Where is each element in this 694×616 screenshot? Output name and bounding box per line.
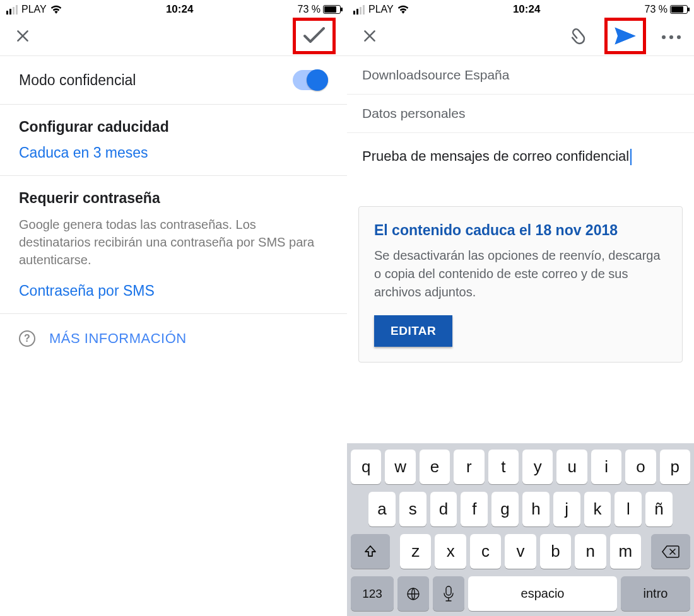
key-g[interactable]: g [491, 492, 519, 526]
key-u[interactable]: u [556, 450, 587, 484]
keyboard: qwertyuiop asdfghjklñ zxcvbnm 123 [347, 443, 694, 616]
key-d[interactable]: d [430, 492, 457, 526]
key-f[interactable]: f [461, 492, 488, 526]
card-body: Se desactivarán las opciones de reenvío,… [374, 247, 667, 301]
svg-rect-1 [446, 586, 451, 595]
key-p[interactable]: p [660, 450, 690, 484]
more-info-row[interactable]: ? MÁS INFORMACIÓN [0, 314, 347, 363]
space-key[interactable]: espacio [468, 576, 617, 611]
compose-screen: PLAY 10:24 73 % [347, 0, 694, 616]
key-y[interactable]: y [522, 450, 553, 484]
more-info-label: MÁS INFORMACIÓN [49, 330, 187, 347]
key-q[interactable]: q [351, 450, 381, 484]
kb-row-4: 123 espacio intro [351, 576, 690, 611]
key-l[interactable]: l [615, 492, 642, 526]
return-key[interactable]: intro [621, 576, 690, 611]
body-text: Prueba de mensajes de correo confidencia… [362, 148, 629, 164]
numeric-key[interactable]: 123 [351, 576, 394, 611]
more-icon [660, 30, 683, 42]
send-highlight [604, 18, 646, 54]
confirm-button[interactable] [300, 23, 329, 49]
nav-bar [347, 16, 694, 55]
wifi-icon [50, 5, 62, 14]
edit-button[interactable]: EDITAR [374, 315, 452, 347]
signal-icon [353, 5, 365, 15]
key-a[interactable]: a [368, 492, 396, 526]
mic-key[interactable] [433, 576, 464, 611]
key-v[interactable]: v [505, 534, 536, 569]
carrier-label: PLAY [368, 4, 394, 15]
help-icon: ? [19, 330, 35, 347]
confidential-info-card: El contenido caduca el 18 nov 2018 Se de… [358, 206, 683, 363]
status-bar: PLAY 10:24 73 % [0, 0, 347, 16]
expire-section: Configurar caducidad Caduca en 3 meses [0, 105, 347, 175]
shift-key[interactable] [351, 534, 390, 569]
key-z[interactable]: z [400, 534, 431, 569]
card-title: El contenido caduca el 18 nov 2018 [374, 222, 667, 239]
key-k[interactable]: k [584, 492, 611, 526]
password-selector[interactable]: Contraseña por SMS [19, 282, 328, 299]
globe-key[interactable] [397, 576, 429, 611]
clock: 10:24 [513, 3, 540, 16]
subject-field[interactable]: Datos personales [347, 95, 694, 133]
battery-percent: 73 % [298, 4, 321, 15]
confidential-mode-label: Modo confidencial [19, 72, 136, 89]
backspace-key[interactable] [651, 534, 690, 569]
key-r[interactable]: r [454, 450, 484, 484]
key-x[interactable]: x [435, 534, 466, 569]
key-s[interactable]: s [399, 492, 426, 526]
compose-body[interactable]: Prueba de mensajes de correo confidencia… [347, 133, 694, 202]
to-field[interactable]: Downloadsource España [347, 56, 694, 95]
send-button[interactable] [611, 23, 639, 49]
key-n[interactable]: n [575, 534, 606, 569]
battery-icon [670, 5, 688, 14]
signal-icon [6, 5, 18, 15]
key-ñ[interactable]: ñ [645, 492, 673, 526]
key-b[interactable]: b [540, 534, 571, 569]
confidential-mode-toggle[interactable] [293, 70, 328, 90]
carrier-label: PLAY [21, 4, 47, 15]
close-button[interactable] [11, 25, 34, 47]
confidential-mode-row: Modo confidencial [0, 56, 347, 104]
expire-heading: Configurar caducidad [19, 119, 328, 136]
text-cursor [630, 149, 632, 165]
wifi-icon [397, 5, 409, 14]
attach-button[interactable] [568, 25, 591, 47]
key-i[interactable]: i [591, 450, 621, 484]
nav-bar [0, 16, 347, 55]
kb-row-1: qwertyuiop [351, 450, 690, 484]
battery-percent: 73 % [645, 4, 668, 15]
kb-row-2: asdfghjklñ [351, 492, 690, 526]
key-w[interactable]: w [385, 450, 415, 484]
close-button[interactable] [358, 25, 381, 47]
confirm-highlight [293, 18, 336, 54]
more-button[interactable] [660, 25, 683, 47]
key-t[interactable]: t [488, 450, 519, 484]
key-e[interactable]: e [420, 450, 450, 484]
password-heading: Requerir contraseña [19, 190, 328, 207]
key-o[interactable]: o [625, 450, 656, 484]
confidential-mode-screen: PLAY 10:24 73 % [0, 0, 347, 616]
key-h[interactable]: h [522, 492, 550, 526]
status-bar: PLAY 10:24 73 % [347, 0, 694, 16]
password-description: Google genera todas las contraseñas. Los… [19, 216, 328, 269]
battery-icon [323, 5, 341, 14]
password-section: Requerir contraseña Google genera todas … [0, 176, 347, 313]
clock: 10:24 [166, 3, 193, 16]
key-j[interactable]: j [553, 492, 580, 526]
expire-selector[interactable]: Caduca en 3 meses [19, 144, 328, 161]
kb-row-3: zxcvbnm [351, 534, 690, 569]
key-m[interactable]: m [610, 534, 641, 569]
key-c[interactable]: c [470, 534, 501, 569]
